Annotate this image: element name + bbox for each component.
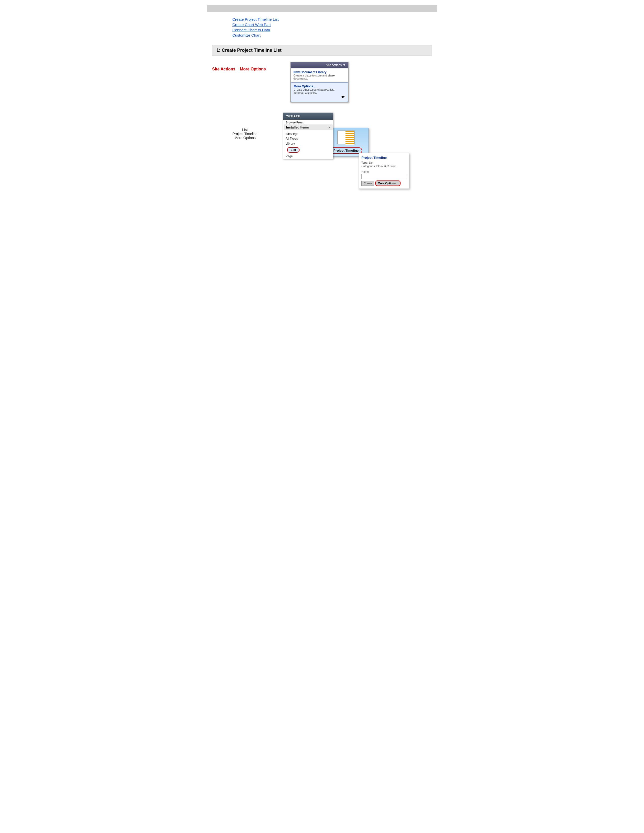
instruction-more-options: More Options [212,136,278,140]
toc-link-2[interactable]: Create Chart Web Part [232,23,432,27]
create-header: CREATE [283,113,333,120]
section-1-content: Site Actions More Options Site Actions ▼… [212,62,432,103]
filter-list[interactable]: List [287,147,299,153]
instruction-list: List [212,128,278,132]
detail-type: Type: List [361,161,406,164]
create-panel: CREATE Browse From: Installed Items › Fi… [283,113,333,159]
site-actions-button[interactable]: Site Actions ▼ [291,62,348,68]
browse-from-label: Browse From: [283,120,333,124]
detail-buttons: Create More Options... [361,180,406,186]
screenshots-area: Site Actions ▼ New Document Library Crea… [290,62,349,103]
project-timeline-label: Project Timeline [330,148,362,154]
detail-title: Project Timeline [361,156,406,159]
dropdown-item-new-library[interactable]: New Document Library Create a place to s… [291,68,348,82]
create-button[interactable]: Create [361,181,374,186]
detail-name-label: Name [361,170,406,173]
filter-page[interactable]: Page [283,154,333,159]
dropdown-content: New Document Library Create a place to s… [291,68,348,102]
detail-panel: Project Timeline Type: List Categories: … [359,153,409,189]
section-1-header: 1: Create Project Timeline List [212,45,432,56]
detail-name-input[interactable] [361,174,406,179]
filter-list-wrapper[interactable]: List [283,146,333,154]
cursor-icon: ☛ [294,94,345,100]
screenshot-site-actions: Site Actions ▼ New Document Library Crea… [290,62,349,103]
filter-all-types[interactable]: All Types [283,136,333,141]
filter-by-label: Filter By: [283,131,333,136]
second-left-instructions: List Project Timeline More Options [212,113,278,224]
instruction-project-timeline: Project Timeline [212,132,278,136]
dropdown-item-more-options[interactable]: More Options... Create other types of pa… [291,82,348,102]
site-actions-dropdown: Site Actions ▼ New Document Library Crea… [290,62,349,103]
detail-categories: Categories: Blank & Custom [361,165,406,167]
top-bar [207,5,437,12]
timeline-icon [337,130,355,145]
instruction-site-actions: Site Actions More Options [212,67,278,71]
toc-link-1[interactable]: Create Project Timeline List [232,17,432,21]
table-of-contents: Create Project Timeline List Create Char… [232,17,432,37]
section-1-second: List Project Timeline More Options CREAT… [212,113,432,224]
create-screenshots-area: CREATE Browse From: Installed Items › Fi… [283,113,414,224]
left-instructions: Site Actions More Options [212,62,278,103]
toc-link-3[interactable]: Connect Chart to Data [232,28,432,32]
installed-items[interactable]: Installed Items › [283,124,333,130]
filter-library[interactable]: Library [283,141,333,146]
more-options-button[interactable]: More Options... [375,180,401,186]
toc-link-4[interactable]: Customize Chart [232,33,432,37]
